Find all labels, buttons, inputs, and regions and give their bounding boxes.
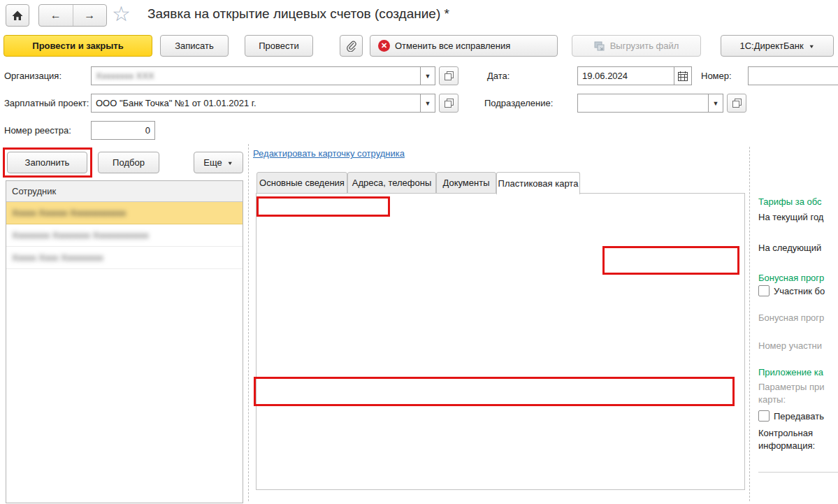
card-app-params-label-2: карты: xyxy=(758,394,786,405)
chevron-down-icon[interactable]: ▼ xyxy=(420,67,435,85)
forward-icon[interactable]: → xyxy=(73,9,107,22)
organization-open-button[interactable] xyxy=(439,66,458,85)
table-row[interactable]: Ххххх Хххххх Хххххххххххх xyxy=(6,202,243,224)
home-button[interactable] xyxy=(6,4,29,27)
control-info-label: Контрольная xyxy=(758,428,813,438)
organization-value: Хххххххх ХХХ xyxy=(92,71,420,81)
transfer-label: Передавать xyxy=(774,411,824,422)
tariffs-section-label: Тарифы за обс xyxy=(758,196,822,207)
side-divider xyxy=(758,472,838,473)
edit-employee-card-link[interactable]: Редактировать карточку сотрудника xyxy=(253,148,405,159)
card-app-params-label: Параметры при xyxy=(758,382,824,392)
open-icon xyxy=(445,99,454,108)
paperclip-icon xyxy=(346,41,356,52)
tab-documents[interactable]: Документы xyxy=(436,172,496,194)
tab-plastic-card[interactable]: Пластиковая карта xyxy=(496,172,580,194)
table-row[interactable]: Ххххх Хххх Ххххххххх xyxy=(6,247,243,269)
export-file-button: Выгрузить файл xyxy=(572,35,701,57)
registry-number-label: Номер реестра: xyxy=(4,125,71,136)
next-year-label: На следующий xyxy=(758,243,821,253)
cancel-all-edits-button[interactable]: ✕ Отменить все исправления xyxy=(370,35,558,57)
calendar-icon[interactable] xyxy=(674,67,691,85)
nav-group: ← → xyxy=(38,4,107,27)
department-open-button[interactable] xyxy=(727,94,746,113)
favorite-star-icon[interactable]: ☆ xyxy=(112,1,131,26)
salary-project-open-button[interactable] xyxy=(439,94,458,113)
number-field[interactable] xyxy=(748,66,838,85)
number-label: Номер: xyxy=(701,71,732,81)
left-splitter[interactable] xyxy=(248,144,249,501)
post-and-close-button[interactable]: Провести и закрыть xyxy=(3,35,152,57)
registry-number-field[interactable]: 0 xyxy=(91,121,155,140)
department-field[interactable]: ▼ xyxy=(577,94,723,113)
open-icon xyxy=(445,71,454,80)
member-number-label: Номер участни xyxy=(758,340,822,351)
directbank-menu-button[interactable]: 1С:ДиректБанк ▼ xyxy=(721,35,834,57)
pick-button[interactable]: Подбор xyxy=(98,152,159,173)
tab-main-info[interactable]: Основные сведения xyxy=(257,172,347,194)
right-splitter[interactable] xyxy=(749,147,750,501)
cancel-icon: ✕ xyxy=(378,40,390,52)
salary-project-field[interactable]: ООО "Банк Точка" №1 от 01.01.2021 г. ▼ xyxy=(91,94,435,113)
bonus-member-checkbox[interactable] xyxy=(758,285,770,296)
plastic-card-panel xyxy=(256,193,745,490)
organization-label: Организация: xyxy=(4,71,62,81)
table-row[interactable]: Хххххххх Хххххххх Хххххххххххх xyxy=(6,224,243,247)
attachments-button[interactable] xyxy=(340,35,363,57)
employees-column-header[interactable]: Сотрудник xyxy=(6,181,243,202)
tab-addresses-phones[interactable]: Адреса, телефоны xyxy=(347,172,436,194)
control-info-label-2: информация: xyxy=(758,440,815,451)
card-application-section-label: Приложение ка xyxy=(758,367,823,377)
date-label: Дата: xyxy=(487,71,510,81)
current-year-label: На текущий год xyxy=(758,212,823,222)
post-button[interactable]: Провести xyxy=(245,35,313,57)
registry-number-value: 0 xyxy=(92,125,154,136)
back-icon[interactable]: ← xyxy=(39,9,73,22)
chevron-down-icon[interactable]: ▼ xyxy=(708,94,723,112)
department-label: Подразделение: xyxy=(484,98,553,108)
bonus-program-label: Бонусная прогр xyxy=(758,312,824,323)
bonus-member-label: Участник бо xyxy=(774,286,825,296)
chevron-down-icon: ▼ xyxy=(809,43,815,49)
save-button[interactable]: Записать xyxy=(160,35,229,57)
more-button[interactable]: Еще ▼ xyxy=(194,152,243,173)
fill-button[interactable]: Заполнить xyxy=(7,152,87,173)
chevron-down-icon[interactable]: ▼ xyxy=(420,94,435,112)
home-icon xyxy=(12,10,23,21)
salary-project-value: ООО "Банк Точка" №1 от 01.01.2021 г. xyxy=(92,98,420,108)
export-file-icon xyxy=(594,41,605,51)
transfer-checkbox[interactable] xyxy=(758,410,770,422)
chevron-down-icon: ▼ xyxy=(227,159,233,166)
date-value: 19.06.2024 xyxy=(578,71,674,81)
page-title: Заявка на открытие лицевых счетов (созда… xyxy=(147,6,449,22)
employees-table[interactable]: Сотрудник Ххххх Хххххх Хххххххххххх Хххх… xyxy=(6,180,243,503)
salary-project-label: Зарплатный проект: xyxy=(4,98,89,108)
bonus-program-section-label: Бонусная прогр xyxy=(758,273,824,283)
organization-field[interactable]: Хххххххх ХХХ ▼ xyxy=(91,66,435,85)
open-icon xyxy=(732,99,742,108)
date-field[interactable]: 19.06.2024 xyxy=(577,66,692,85)
